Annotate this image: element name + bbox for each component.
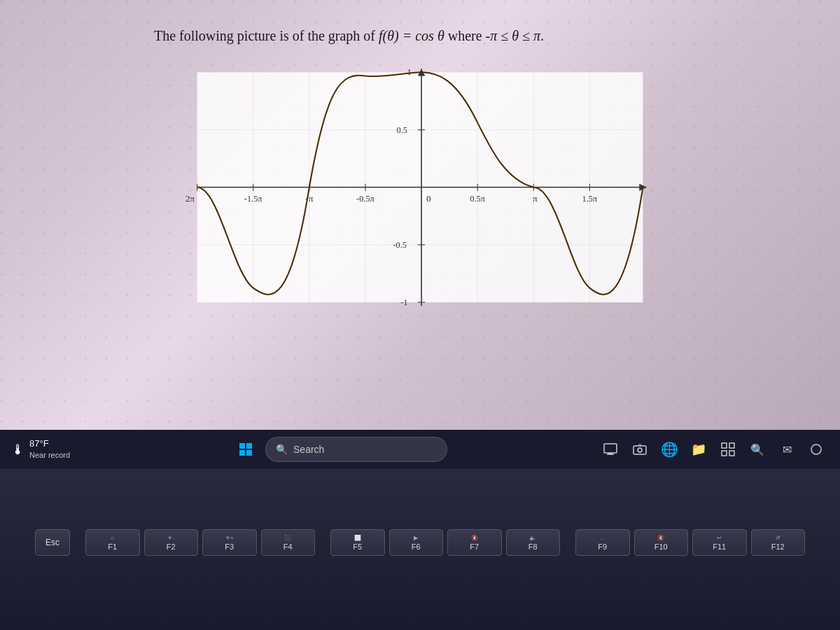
title-prefix: The following picture is of the graph of	[154, 28, 379, 43]
x-label-1-5pi: 1.5π	[582, 194, 598, 204]
taskbar-search[interactable]: 🔍 Search	[265, 437, 447, 462]
windows-logo	[239, 442, 253, 456]
key-f9[interactable]: … F9	[575, 529, 630, 556]
key-f1[interactable]: ⌂ F1	[85, 529, 140, 556]
key-f10[interactable]: 🔇 F10	[634, 529, 689, 556]
graph-container: The following picture is of the graph of…	[140, 14, 700, 345]
x-label-neg2pi: 2π	[186, 193, 195, 204]
x-label-pi: π	[533, 193, 538, 204]
taskbar: 🌡 87°F Near record 🔍 Search	[0, 430, 840, 469]
title-suffix: where	[444, 28, 486, 43]
key-f3[interactable]: ☀+ F3	[202, 529, 257, 556]
x-label-negpi: -π	[305, 193, 313, 204]
weather-temp: 87°F	[29, 438, 70, 450]
title-constraint: -π ≤ θ ≤ π	[486, 28, 540, 43]
y-label-neg1: -1	[400, 298, 407, 307]
svg-rect-39	[722, 451, 727, 456]
key-f11[interactable]: ↩ F11	[692, 529, 747, 556]
x-label-0-5pi: 0.5π	[470, 194, 485, 204]
search-icon: 🔍	[276, 444, 288, 455]
graph-svg: 2π -1.5π -π -0.5π 0 0.5π π	[175, 65, 665, 331]
svg-rect-40	[729, 451, 734, 456]
x-label-0: 0	[426, 193, 431, 204]
weather-widget[interactable]: 🌡 87°F Near record	[6, 435, 76, 463]
x-label-neg0-5pi: -0.5π	[356, 194, 374, 204]
key-f5[interactable]: ⬜ F5	[330, 529, 385, 556]
title-period: .	[540, 28, 544, 43]
svg-rect-35	[634, 446, 646, 454]
taskbar-center: 🔍 Search	[84, 435, 595, 463]
svg-rect-38	[729, 443, 734, 448]
svg-rect-31	[246, 450, 252, 456]
svg-rect-32	[604, 444, 617, 453]
y-label-0-5: 0.5	[397, 125, 407, 135]
x-label-neg1-5pi: -1.5π	[244, 194, 262, 204]
key-f4[interactable]: ⬛ F4	[261, 529, 316, 556]
weather-desc: Near record	[29, 450, 70, 460]
graph-area: 2π -1.5π -π -0.5π 0 0.5π π	[175, 65, 665, 331]
key-f12[interactable]: ↺ F12	[751, 529, 806, 556]
key-f8[interactable]: 🔈 F8	[506, 529, 561, 556]
search-label: Search	[293, 444, 324, 455]
title-function: f(θ) = cos θ	[379, 28, 444, 43]
keyboard-area: Esc ⌂ F1 ☀- F2 ☀+ F3 ⬛ F4 ⬜ F5 ▶ F6 🔇	[0, 469, 840, 630]
grid-taskbar-icon[interactable]	[715, 437, 741, 462]
svg-rect-28	[239, 443, 245, 449]
y-label-1: 1	[407, 66, 412, 77]
function-keys-row: Esc ⌂ F1 ☀- F2 ☀+ F3 ⬛ F4 ⬜ F5 ▶ F6 🔇	[35, 529, 805, 556]
camera-taskbar-icon[interactable]	[627, 437, 652, 462]
svg-rect-30	[239, 450, 245, 456]
key-f2[interactable]: ☀- F2	[144, 529, 199, 556]
key-esc[interactable]: Esc	[35, 529, 70, 556]
search-right-taskbar-icon[interactable]: 🔍	[745, 437, 770, 462]
svg-rect-37	[722, 443, 727, 448]
main-content: The following picture is of the graph of…	[0, 0, 840, 434]
key-f7[interactable]: 🔇 F7	[447, 529, 502, 556]
key-f6[interactable]: ▶ F6	[389, 529, 444, 556]
screen-taskbar-icon[interactable]	[598, 437, 623, 462]
folder-taskbar-icon[interactable]: 📁	[686, 437, 711, 462]
taskbar-right: 🌐 📁 🔍 ✉	[598, 437, 834, 462]
weather-icon: 🌡	[11, 442, 25, 458]
svg-point-36	[638, 448, 642, 452]
weather-text: 87°F Near record	[29, 438, 70, 460]
svg-point-41	[811, 444, 821, 454]
y-label-neg0-5: -0.5	[393, 240, 407, 250]
start-button[interactable]	[232, 435, 260, 463]
edge-taskbar-icon[interactable]: 🌐	[657, 437, 682, 462]
graph-title: The following picture is of the graph of…	[154, 28, 686, 44]
power-taskbar-icon[interactable]	[804, 437, 829, 462]
mail-taskbar-icon[interactable]: ✉	[774, 437, 799, 462]
svg-rect-29	[246, 443, 252, 449]
